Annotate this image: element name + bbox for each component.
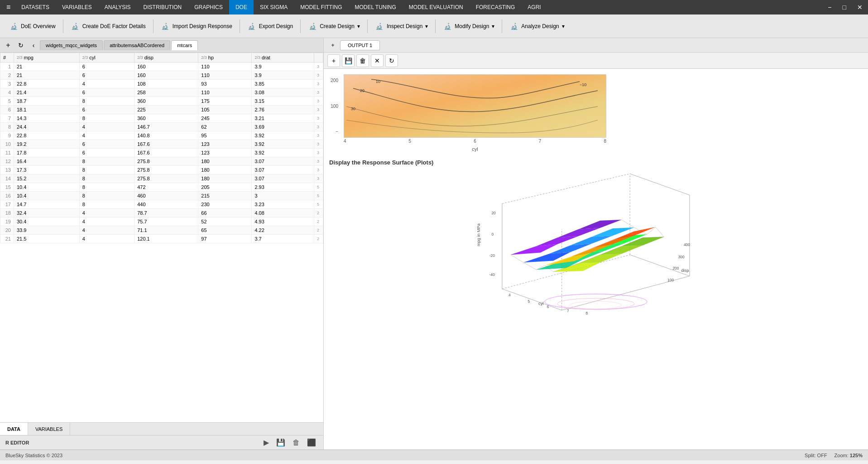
- table-cell: 140.8: [134, 131, 198, 140]
- right-panel: + OUTPUT 1 + 💾 🗑 ✕ ↻ 200 100 −: [324, 38, 868, 450]
- tool-label-3: Export Design: [259, 23, 293, 29]
- nav-tool-inspect-design[interactable]: 🔬 Inspect Design ▾: [369, 17, 433, 35]
- output-close-button[interactable]: ✕: [371, 54, 384, 67]
- cell-extra: 3: [314, 131, 323, 140]
- data-tab-attributemsaABCordered[interactable]: attributemsaABCordered: [104, 40, 170, 50]
- col-header-hp: 2/3 hp: [198, 53, 252, 63]
- surface-svg: 20 0 -20 -40 mpg in MPa 4 5 6 7 8 cyl 10…: [465, 169, 727, 314]
- table-cell: 21.4: [14, 88, 80, 97]
- table-cell: 2: [0, 71, 14, 80]
- cell-extra: 3: [314, 174, 323, 183]
- tab-refresh-button[interactable]: ↻: [14, 39, 27, 52]
- svg-line-11: [630, 174, 690, 195]
- nav-separator-3: [300, 19, 301, 33]
- tab-add-button[interactable]: +: [2, 39, 14, 52]
- menu-item-doe[interactable]: DOE: [229, 0, 254, 14]
- tab-back-button[interactable]: ‹: [27, 39, 40, 52]
- close-button[interactable]: ✕: [854, 2, 866, 13]
- output-tab-1[interactable]: OUTPUT 1: [340, 40, 380, 50]
- svg-text:disp: disp: [681, 268, 689, 273]
- table-row: 1714.784402303.235: [0, 200, 323, 209]
- table-cell: 3.15: [252, 97, 314, 106]
- tab-data[interactable]: DATA: [0, 423, 28, 435]
- table-row: 2033.9471.1654.222: [0, 226, 323, 235]
- window-controls: − □ ✕: [824, 2, 866, 13]
- menu-item-forecasting[interactable]: FORECASTING: [470, 0, 522, 14]
- table-cell: 22.8: [14, 131, 80, 140]
- table-cell: 4: [79, 123, 134, 131]
- table-cell: 4: [79, 218, 134, 226]
- r-editor-label: R EDITOR: [5, 440, 29, 445]
- output-content[interactable]: 200 100 −: [324, 69, 868, 450]
- nav-tool-modify-design[interactable]: 🔬 Modify Design ▾: [437, 17, 500, 35]
- r-fullscreen-button[interactable]: ⬛: [305, 437, 318, 448]
- output-save-button[interactable]: 💾: [342, 54, 355, 67]
- table-cell: 11: [0, 149, 14, 157]
- svg-text:-40: -40: [489, 272, 495, 277]
- table-cell: 32.4: [14, 209, 80, 218]
- cell-extra: 3: [314, 71, 323, 80]
- table-cell: 19: [0, 218, 14, 226]
- menu-item-analysis[interactable]: ANALYSIS: [98, 0, 137, 14]
- output-refresh-button[interactable]: ↻: [385, 54, 398, 67]
- table-cell: 4.08: [252, 209, 314, 218]
- table-cell: 95: [198, 131, 252, 140]
- r-delete-button[interactable]: 🗑: [291, 437, 302, 448]
- r-save-button[interactable]: 💾: [274, 437, 287, 448]
- table-row: 1610.4846021535: [0, 192, 323, 200]
- tab-variables[interactable]: VARIABLES: [28, 423, 70, 435]
- hamburger-menu[interactable]: ≡: [2, 3, 15, 11]
- maximize-button[interactable]: □: [839, 2, 850, 13]
- output-add-button[interactable]: +: [327, 40, 338, 51]
- col-header-inner-cyl: 2/3 cyl: [82, 55, 132, 60]
- nav-tool-analyze-design[interactable]: 🔬 Analyze Design ▾: [504, 17, 570, 35]
- menu-item-variables[interactable]: VARIABLES: [56, 0, 98, 14]
- menu-item-agri[interactable]: AGRI: [521, 0, 547, 14]
- tool-label-5: Inspect Design: [387, 23, 422, 29]
- cell-extra: 3: [314, 63, 323, 71]
- data-tab-widgets_mqcc_widgets[interactable]: widgets_mqcc_widgets: [40, 40, 103, 50]
- menu-bar: ≡ DATASETSVARIABLESANALYSISDISTRIBUTIONG…: [0, 0, 868, 14]
- table-cell: 14.7: [14, 200, 80, 209]
- cell-extra: 2: [314, 226, 323, 235]
- menu-item-graphics[interactable]: GRAPHICS: [188, 0, 229, 14]
- nav-tool-doe-overview[interactable]: 🔬 DoE Overview: [4, 17, 61, 35]
- table-cell: 275.8: [134, 174, 198, 183]
- nav-tool-export-design[interactable]: 🔬 Export Design: [242, 17, 298, 35]
- table-row: 518.783601753.153: [0, 97, 323, 106]
- table-cell: 7: [0, 114, 14, 123]
- menu-item-distribution[interactable]: DISTRIBUTION: [137, 0, 188, 14]
- svg-text:mpg in MPa: mpg in MPa: [476, 223, 481, 246]
- table-cell: 4: [79, 209, 134, 218]
- r-run-button[interactable]: ▶: [262, 437, 271, 448]
- table-cell: 4: [79, 235, 134, 243]
- nav-tool-items: 🔬 DoE Overview🔬 Create DoE Factor Detail…: [4, 17, 570, 35]
- nav-tool-create-design[interactable]: 🔬 Create Design ▾: [302, 17, 365, 35]
- cell-extra: 3: [314, 149, 323, 157]
- col-header-disp: 2/3 disp: [134, 53, 198, 63]
- copyright-text: BlueSky Statistics © 2023: [5, 453, 62, 458]
- nav-tool-create-doe-factor-details[interactable]: 🔬 Create DoE Factor Details: [65, 17, 151, 35]
- cell-extra: 3: [314, 80, 323, 88]
- x-tick-8: 8: [604, 139, 606, 144]
- menu-item-model-evaluation[interactable]: MODEL EVALUATION: [403, 0, 470, 14]
- x-tick-7: 7: [539, 139, 542, 144]
- table-cell: 180: [198, 166, 252, 174]
- menu-item-model-tuning[interactable]: MODEL TUNING: [349, 0, 403, 14]
- col-type-disp: 2/3: [137, 55, 143, 60]
- cell-extra: 3: [314, 114, 323, 123]
- table-cell: 17: [0, 200, 14, 209]
- nav-tool-import-design-response[interactable]: 🔬 Import Design Response: [155, 17, 238, 35]
- cell-extra: 3: [314, 123, 323, 131]
- minimize-button[interactable]: −: [824, 2, 835, 13]
- data-table-container[interactable]: # 2/3 mpg 2/3 cyl 2/3 disp 2/3 hp 2/3 dr…: [0, 53, 323, 422]
- table-header: # 2/3 mpg 2/3 cyl 2/3 disp 2/3 hp 2/3 dr…: [0, 53, 323, 63]
- menu-item-six-sigma[interactable]: SIX SIGMA: [254, 0, 294, 14]
- data-tab-mtcars[interactable]: mtcars: [171, 40, 198, 50]
- col-name-disp: disp: [144, 55, 153, 60]
- output-new-button[interactable]: +: [327, 54, 340, 67]
- cell-extra: 3: [314, 106, 323, 114]
- menu-item-model-fitting[interactable]: MODEL FITTING: [294, 0, 348, 14]
- output-delete-button[interactable]: 🗑: [356, 54, 369, 67]
- menu-item-datasets[interactable]: DATASETS: [15, 0, 56, 14]
